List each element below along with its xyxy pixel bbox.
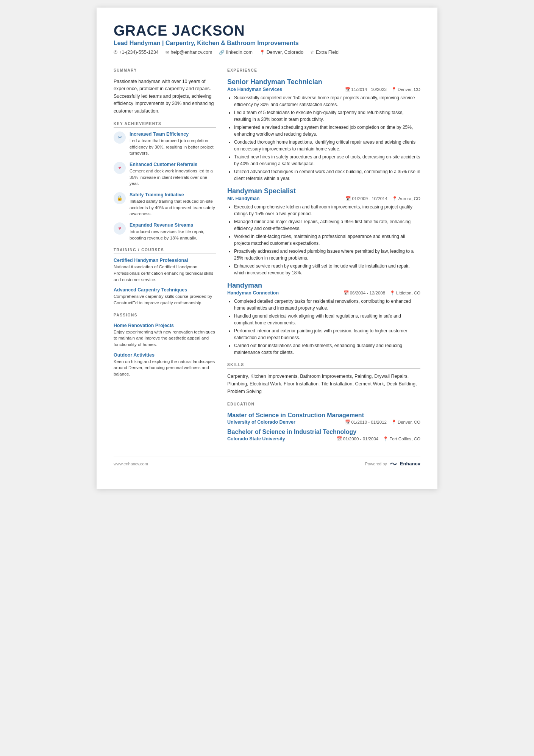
left-column: SUMMARY Passionate handyman with over 10… (114, 68, 216, 445)
achievement-icon-2: ♥ (114, 162, 126, 174)
passion-desc-2: Keen on hiking and exploring the natural… (114, 358, 216, 377)
phone-icon: ✆ (114, 50, 117, 55)
bullet-2-1: Executed comprehensive kitchen and bathr… (234, 203, 420, 217)
right-column: EXPERIENCE Senior Handyman Technician Ac… (227, 68, 420, 445)
job-title-3: Handyman (227, 282, 420, 290)
phone-contact: ✆ +1-(234)-555-1234 (114, 50, 159, 55)
bullet-3-2: Handled general electrical work aligning… (234, 313, 420, 326)
summary-section-title: SUMMARY (114, 68, 216, 74)
edu-pin-icon-1: 📍 (391, 419, 397, 425)
enhancv-logo-icon (389, 461, 398, 466)
degree-title-2: Bachelor of Science in Industrial Techno… (227, 429, 420, 435)
experience-section-title: EXPERIENCE (227, 68, 420, 74)
star-icon: ☆ (310, 50, 314, 55)
svg-point-0 (390, 463, 391, 464)
location-icon: 📍 (259, 50, 265, 55)
email-icon: ✉ (166, 50, 169, 55)
achievement-desc-4: Introduced new services like tile repair… (130, 229, 216, 241)
bullet-2-4: Proactively addressed and resolved plumb… (234, 248, 420, 261)
header: GRACE JACKSON Lead Handyman | Carpentry,… (114, 23, 420, 55)
degree-title-1: Master of Science in Construction Manage… (227, 412, 420, 419)
email-contact: ✉ help@enhancv.com (166, 50, 212, 55)
course-desc-2: Comprehensive carpentry skills course pr… (114, 293, 216, 306)
achievements-section-title: KEY ACHIEVEMENTS (114, 122, 216, 128)
achievement-item-1: ✂ Increased Team Efficiency Led a team t… (114, 131, 216, 157)
pin-icon-2: 📍 (392, 196, 397, 201)
passions-section-title: PASSIONS (114, 313, 216, 319)
bullet-2-2: Managed minor and major drywall repairs,… (234, 218, 420, 232)
training-section-title: TRAINING / COURSES (114, 248, 216, 254)
skills-section-title: SKILLS (227, 363, 420, 369)
job-title-1: Senior Handyman Technician (227, 78, 420, 86)
location-contact: 📍 Denver, Colorado (259, 50, 303, 55)
passion-item-1: Home Renovation Projects Enjoy experimen… (114, 323, 216, 348)
achievement-title-4: Expanded Revenue Streams (130, 222, 216, 228)
passion-title-2: Outdoor Activities (114, 352, 216, 358)
education-section-title: EDUCATION (227, 402, 420, 408)
svg-point-1 (395, 463, 397, 464)
page-footer: www.enhancv.com Powered by Enhancv (114, 457, 420, 466)
job-1: Senior Handyman Technician Ace Handyman … (227, 78, 420, 182)
edu-dates-2: 📅 01/2000 - 01/2004 📍 Fort Collins, CO (337, 436, 420, 441)
bullet-1-1: Successfully completed over 150 diverse … (234, 94, 420, 108)
achievement-item-2: ♥ Enhanced Customer Referrals Cement and… (114, 162, 216, 187)
school-1: University of Colorado Denver (227, 419, 295, 425)
linkedin-contact: 🔗 linkedin.com (219, 50, 252, 55)
dates-loc-2: 📅 01/2009 - 10/2014 📍 Aurora, CO (345, 196, 420, 201)
course-item-2: Advanced Carpentry Techniques Comprehens… (114, 287, 216, 306)
main-columns: SUMMARY Passionate handyman with over 10… (114, 68, 420, 445)
achievement-icon-3: 🔒 (114, 192, 126, 204)
summary-text: Passionate handyman with over 10 years o… (114, 78, 216, 115)
edu-cal-icon-1: 📅 (345, 419, 350, 425)
bullet-3-1: Completed detailed carpentry tasks for r… (234, 298, 420, 311)
achievement-title-2: Enhanced Customer Referrals (130, 162, 216, 167)
achievement-icon-4: ♥ (114, 222, 126, 235)
achievement-desc-3: Initiated safety training that reduced o… (130, 198, 216, 217)
passion-title-1: Home Renovation Projects (114, 323, 216, 328)
calendar-icon-2: 📅 (345, 196, 351, 201)
powered-by: Powered by Enhancv (365, 461, 420, 466)
achievement-item-4: ♥ Expanded Revenue Streams Introduced ne… (114, 222, 216, 241)
degree-2: Bachelor of Science in Industrial Techno… (227, 429, 420, 441)
achievement-title-1: Increased Team Efficiency (130, 131, 216, 137)
edu-dates-1: 📅 01/2010 - 01/2012 📍 Denver, CO (345, 419, 420, 425)
company-2: Mr. Handyman (227, 196, 259, 201)
footer-url: www.enhancv.com (114, 462, 148, 466)
resume-page: GRACE JACKSON Lead Handyman | Carpentry,… (97, 8, 437, 489)
bullet-2-5: Enhanced service reach by expanding skil… (234, 263, 420, 276)
dates-loc-1: 📅 11/2014 - 10/2023 📍 Denver, CO (345, 87, 420, 92)
candidate-title: Lead Handyman | Carpentry, Kitchen & Bat… (114, 40, 420, 47)
extra-contact: ☆ Extra Field (310, 50, 339, 55)
contact-bar: ✆ +1-(234)-555-1234 ✉ help@enhancv.com 🔗… (114, 50, 420, 55)
bullets-2: Executed comprehensive kitchen and bathr… (227, 203, 420, 276)
candidate-name: GRACE JACKSON (114, 23, 420, 39)
dates-loc-3: 📅 06/2004 - 12/2008 📍 Littleton, CO (344, 290, 420, 296)
company-1: Ace Handyman Services (227, 87, 282, 92)
bullet-1-4: Conducted thorough home inspections, ide… (234, 139, 420, 152)
pin-icon-1: 📍 (391, 87, 397, 92)
brand-name: Enhancv (400, 461, 420, 466)
course-title-2: Advanced Carpentry Techniques (114, 287, 216, 293)
job-title-2: Handyman Specialist (227, 187, 420, 195)
school-2: Colorado State University (227, 436, 285, 441)
bullet-1-2: Led a team of 5 technicians to execute h… (234, 109, 420, 123)
job-3: Handyman Handyman Connection 📅 06/2004 -… (227, 282, 420, 356)
link-icon: 🔗 (219, 50, 225, 55)
bullet-1-5: Trained new hires in safety procedures a… (234, 153, 420, 167)
edu-pin-icon-2: 📍 (383, 436, 388, 441)
passion-item-2: Outdoor Activities Keen on hiking and ex… (114, 352, 216, 377)
bullet-1-6: Utilized advanced techniques in cement w… (234, 168, 420, 182)
bullet-3-3: Performed interior and exterior painting… (234, 327, 420, 341)
passion-desc-1: Enjoy experimenting with new renovation … (114, 329, 216, 348)
achievement-desc-2: Cement and deck work innovations led to … (130, 168, 216, 187)
calendar-icon-1: 📅 (345, 87, 350, 92)
achievement-desc-1: Led a team that improved job completion … (130, 138, 216, 157)
bullets-1: Successfully completed over 150 diverse … (227, 94, 420, 182)
skills-text: Carpentry, Kitchen Improvements, Bathroo… (227, 373, 420, 395)
achievement-item-3: 🔒 Safety Training Initiative Initiated s… (114, 192, 216, 217)
course-title-1: Certified Handyman Professional (114, 258, 216, 263)
edu-cal-icon-2: 📅 (337, 436, 342, 441)
pin-icon-3: 📍 (390, 290, 395, 296)
company-3: Handyman Connection (227, 290, 279, 296)
bullet-1-3: Implemented a revised scheduling system … (234, 124, 420, 138)
